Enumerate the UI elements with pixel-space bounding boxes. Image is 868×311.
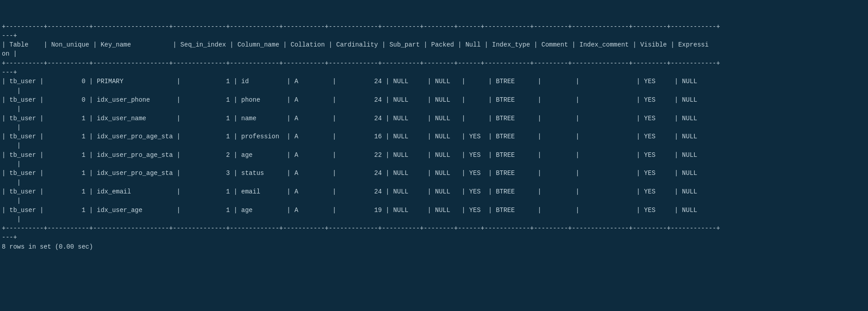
terminal-window bbox=[2, 4, 866, 22]
footer-line: 8 rows in set (0.00 sec) bbox=[2, 242, 866, 251]
table-output: +----------+-----------+----------------… bbox=[2, 22, 866, 242]
